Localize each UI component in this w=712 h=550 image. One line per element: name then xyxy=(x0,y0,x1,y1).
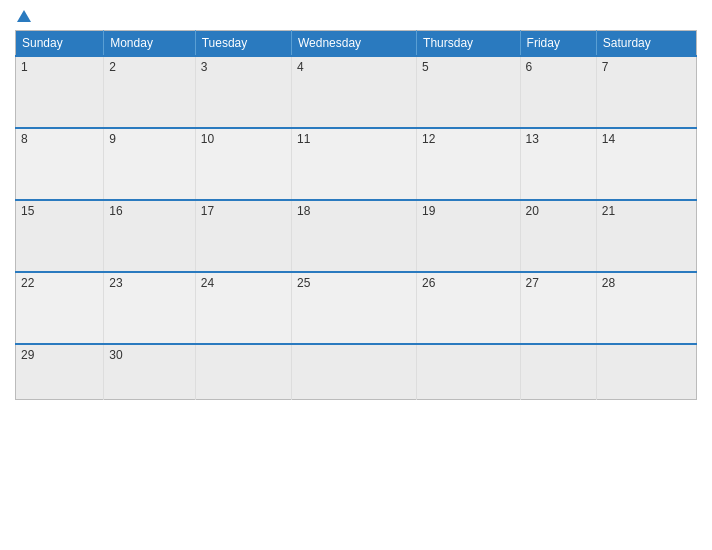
calendar-day-cell: 18 xyxy=(291,200,416,272)
weekday-header-thursday: Thursday xyxy=(417,31,521,57)
day-number: 1 xyxy=(21,60,28,74)
calendar-day-cell: 9 xyxy=(104,128,196,200)
calendar-day-cell: 6 xyxy=(520,56,596,128)
calendar-day-cell: 11 xyxy=(291,128,416,200)
calendar-day-cell: 8 xyxy=(16,128,104,200)
day-number: 30 xyxy=(109,348,122,362)
calendar-day-cell: 24 xyxy=(195,272,291,344)
day-number: 23 xyxy=(109,276,122,290)
day-number: 10 xyxy=(201,132,214,146)
day-number: 18 xyxy=(297,204,310,218)
day-number: 14 xyxy=(602,132,615,146)
calendar-day-cell: 17 xyxy=(195,200,291,272)
day-number: 6 xyxy=(526,60,533,74)
calendar-day-cell: 28 xyxy=(596,272,696,344)
calendar-day-cell: 22 xyxy=(16,272,104,344)
day-number: 27 xyxy=(526,276,539,290)
logo xyxy=(15,10,31,22)
calendar-day-cell xyxy=(417,344,521,399)
calendar-day-cell: 14 xyxy=(596,128,696,200)
calendar-day-cell xyxy=(520,344,596,399)
calendar-day-cell xyxy=(291,344,416,399)
day-number: 9 xyxy=(109,132,116,146)
day-number: 21 xyxy=(602,204,615,218)
calendar-day-cell: 19 xyxy=(417,200,521,272)
day-number: 26 xyxy=(422,276,435,290)
calendar-day-cell: 23 xyxy=(104,272,196,344)
calendar-day-cell: 5 xyxy=(417,56,521,128)
calendar-day-cell: 3 xyxy=(195,56,291,128)
calendar-day-cell: 30 xyxy=(104,344,196,399)
day-number: 25 xyxy=(297,276,310,290)
day-number: 15 xyxy=(21,204,34,218)
day-number: 11 xyxy=(297,132,310,146)
calendar-day-cell: 16 xyxy=(104,200,196,272)
calendar-day-cell: 29 xyxy=(16,344,104,399)
calendar-day-cell: 4 xyxy=(291,56,416,128)
calendar-day-cell: 20 xyxy=(520,200,596,272)
calendar-day-cell: 26 xyxy=(417,272,521,344)
weekday-header-saturday: Saturday xyxy=(596,31,696,57)
day-number: 17 xyxy=(201,204,214,218)
day-number: 19 xyxy=(422,204,435,218)
day-number: 2 xyxy=(109,60,116,74)
day-number: 24 xyxy=(201,276,214,290)
calendar-day-cell: 25 xyxy=(291,272,416,344)
calendar-day-cell: 13 xyxy=(520,128,596,200)
calendar-day-cell xyxy=(596,344,696,399)
calendar-day-cell: 1 xyxy=(16,56,104,128)
calendar-week-row: 15161718192021 xyxy=(16,200,697,272)
day-number: 5 xyxy=(422,60,429,74)
calendar-table: SundayMondayTuesdayWednesdayThursdayFrid… xyxy=(15,30,697,400)
weekday-header-friday: Friday xyxy=(520,31,596,57)
calendar-day-cell: 10 xyxy=(195,128,291,200)
day-number: 29 xyxy=(21,348,34,362)
calendar-day-cell xyxy=(195,344,291,399)
weekday-header-wednesday: Wednesday xyxy=(291,31,416,57)
day-number: 7 xyxy=(602,60,609,74)
day-number: 12 xyxy=(422,132,435,146)
calendar-week-row: 1234567 xyxy=(16,56,697,128)
calendar-week-row: 2930 xyxy=(16,344,697,399)
header xyxy=(15,10,697,22)
day-number: 22 xyxy=(21,276,34,290)
calendar-week-row: 22232425262728 xyxy=(16,272,697,344)
day-number: 13 xyxy=(526,132,539,146)
day-number: 8 xyxy=(21,132,28,146)
day-number: 4 xyxy=(297,60,304,74)
calendar-page: SundayMondayTuesdayWednesdayThursdayFrid… xyxy=(0,0,712,550)
calendar-day-cell: 21 xyxy=(596,200,696,272)
weekday-header-monday: Monday xyxy=(104,31,196,57)
weekday-header-tuesday: Tuesday xyxy=(195,31,291,57)
calendar-day-cell: 27 xyxy=(520,272,596,344)
day-number: 3 xyxy=(201,60,208,74)
calendar-day-cell: 7 xyxy=(596,56,696,128)
weekday-header-sunday: Sunday xyxy=(16,31,104,57)
calendar-day-cell: 12 xyxy=(417,128,521,200)
day-number: 20 xyxy=(526,204,539,218)
day-number: 16 xyxy=(109,204,122,218)
day-number: 28 xyxy=(602,276,615,290)
calendar-day-cell: 15 xyxy=(16,200,104,272)
logo-triangle-icon xyxy=(17,10,31,22)
calendar-week-row: 891011121314 xyxy=(16,128,697,200)
calendar-day-cell: 2 xyxy=(104,56,196,128)
weekday-header-row: SundayMondayTuesdayWednesdayThursdayFrid… xyxy=(16,31,697,57)
